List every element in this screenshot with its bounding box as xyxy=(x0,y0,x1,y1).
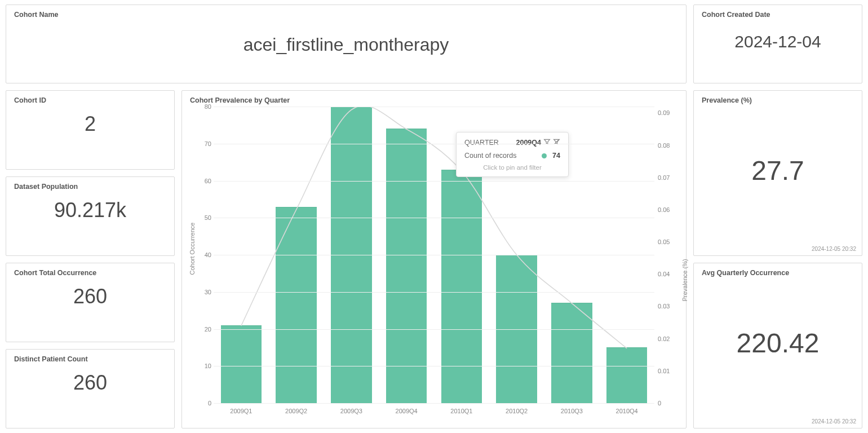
x-tick-label: 2010Q3 xyxy=(561,408,583,414)
y-right-tick: 0.02 xyxy=(658,335,675,342)
tooltip-count-label: Count of records xyxy=(464,152,516,160)
card-title: Dataset Population xyxy=(14,183,166,191)
y-right-tick: 0.05 xyxy=(658,238,675,245)
y-right-tick: 0.08 xyxy=(658,142,675,149)
y-right-tick: 0.04 xyxy=(658,271,675,277)
card-title: Distinct Patient Count xyxy=(14,355,166,363)
card-prevalence: Prevalence (%) 27.7 2024-12-05 20:32 xyxy=(693,90,862,256)
dashboard: Cohort Name acei_firstline_montherapy Co… xyxy=(0,0,868,433)
bar[interactable] xyxy=(221,325,262,403)
y-left-tick: 80 xyxy=(196,103,211,110)
card-title: Cohort ID xyxy=(14,96,166,104)
gridline xyxy=(214,181,654,182)
card-title: Prevalence (%) xyxy=(702,96,854,104)
cohort-name-value: acei_firstline_montherapy xyxy=(14,34,678,55)
timestamp: 2024-12-05 20:32 xyxy=(812,418,856,425)
card-cohort-id: Cohort ID 2 xyxy=(6,90,175,170)
timestamp: 2024-12-05 20:32 xyxy=(812,246,856,252)
y-right-tick: 0.09 xyxy=(658,109,675,116)
card-title: Cohort Name xyxy=(14,11,678,19)
x-tick-label: 2009Q3 xyxy=(340,408,362,414)
filter-clear-icon[interactable] xyxy=(553,138,560,147)
card-avg-quarterly: Avg Quarterly Occurrence 220.42 2024-12-… xyxy=(693,263,862,428)
plot-area[interactable]: 2009Q12009Q22009Q32009Q42010Q12010Q22010… xyxy=(214,107,654,403)
gridline xyxy=(214,292,654,293)
card-total-occurrence: Cohort Total Occurrence 260 xyxy=(6,263,175,342)
y-axis-left-label: Cohort Occurrence xyxy=(189,223,196,275)
y-left-tick: 60 xyxy=(196,178,211,184)
series-color-dot xyxy=(542,153,547,158)
bar[interactable] xyxy=(441,170,482,403)
prevalence-value: 27.7 xyxy=(702,155,854,186)
gridline xyxy=(214,107,654,107)
card-title: Avg Quarterly Occurrence xyxy=(702,269,854,277)
filter-icon[interactable] xyxy=(543,138,551,147)
x-tick-label: 2009Q1 xyxy=(230,408,252,414)
card-title: Cohort Created Date xyxy=(702,11,854,19)
card-cohort-name: Cohort Name acei_firstline_montherapy xyxy=(6,5,687,83)
y-left-tick: 20 xyxy=(196,326,211,333)
bar[interactable] xyxy=(386,129,427,403)
created-date-value: 2024-12-04 xyxy=(702,32,854,51)
y-left-tick: 30 xyxy=(196,289,211,295)
x-tick-label: 2010Q2 xyxy=(506,408,528,414)
left-column: Cohort ID 2 Dataset Population 90.217k C… xyxy=(6,90,175,428)
tooltip-quarter-label: QUARTER xyxy=(464,139,499,147)
total-occurrence-value: 260 xyxy=(14,285,166,308)
tooltip-footer: Click to pin and filter xyxy=(464,164,560,171)
bar[interactable] xyxy=(606,347,647,403)
card-created-date: Cohort Created Date 2024-12-04 xyxy=(693,5,862,83)
gridline xyxy=(214,366,654,366)
gridline xyxy=(214,144,654,144)
card-chart: Cohort Prevalence by Quarter Cohort Occu… xyxy=(181,90,687,428)
chart-tooltip[interactable]: QUARTER 2009Q4 Count of records 74 Click… xyxy=(456,132,569,177)
y-left-tick: 70 xyxy=(196,140,211,147)
gridline xyxy=(214,255,654,255)
y-right-tick: 0.06 xyxy=(658,206,675,213)
gridline xyxy=(214,403,654,404)
chart-title: Cohort Prevalence by Quarter xyxy=(190,96,678,104)
y-left-tick: 10 xyxy=(196,363,211,369)
bar[interactable] xyxy=(551,303,592,403)
y-right-tick: 0 xyxy=(658,400,675,407)
avg-quarterly-value: 220.42 xyxy=(702,328,854,359)
x-tick-label: 2010Q4 xyxy=(616,408,638,414)
population-value: 90.217k xyxy=(14,198,166,222)
card-population: Dataset Population 90.217k xyxy=(6,176,175,256)
gridline xyxy=(214,329,654,330)
y-right-tick: 0.07 xyxy=(658,174,675,181)
right-column: Prevalence (%) 27.7 2024-12-05 20:32 Avg… xyxy=(693,90,862,428)
y-axis-right-label: Prevalence (%) xyxy=(681,259,688,301)
y-left-tick: 0 xyxy=(196,400,211,407)
card-distinct-patients: Distinct Patient Count 260 xyxy=(6,349,175,428)
distinct-patients-value: 260 xyxy=(14,371,166,395)
x-tick-label: 2009Q2 xyxy=(285,408,307,414)
tooltip-count-value: 74 xyxy=(552,152,560,160)
y-left-tick: 50 xyxy=(196,214,211,221)
y-right-tick: 0.03 xyxy=(658,303,675,310)
y-left-tick: 40 xyxy=(196,251,211,258)
x-tick-label: 2010Q1 xyxy=(450,408,472,414)
y-right-tick: 0.01 xyxy=(658,368,675,374)
x-tick-label: 2009Q4 xyxy=(396,408,418,414)
card-title: Cohort Total Occurrence xyxy=(14,269,166,277)
tooltip-quarter-value: 2009Q4 xyxy=(516,139,541,147)
bar[interactable] xyxy=(276,207,316,403)
cohort-id-value: 2 xyxy=(14,112,166,136)
gridline xyxy=(214,218,654,218)
chart-plot[interactable]: Cohort Occurrence Prevalence (%) 2009Q12… xyxy=(190,107,678,422)
